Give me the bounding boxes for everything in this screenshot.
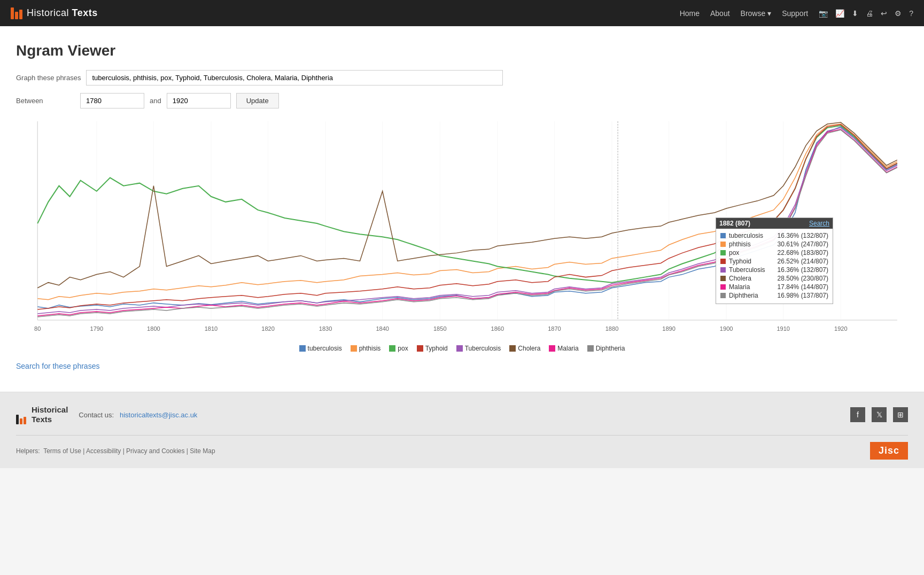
tooltip-row: Cholera 28.50% (230/807) <box>720 275 828 282</box>
footer-bar-2 <box>20 418 22 424</box>
svg-text:1850: 1850 <box>433 325 447 332</box>
footer-link[interactable]: Accessibility <box>86 447 121 455</box>
tooltip-color-swatch <box>720 293 726 298</box>
legend-item: Cholera <box>509 345 540 352</box>
footer-link-separator: | <box>121 447 126 455</box>
footer-link-separator: | <box>81 447 86 455</box>
year-to-input[interactable] <box>167 93 231 108</box>
chart-icon[interactable]: 📈 <box>835 9 844 18</box>
footer-link[interactable]: Privacy and Cookies <box>126 447 184 455</box>
header: Historical Texts Home About Browse ▾ Sup… <box>0 0 924 26</box>
tooltip-color-swatch <box>720 284 726 290</box>
site-logo[interactable]: Historical Texts <box>11 7 98 19</box>
footer-social: f 𝕏 ⊞ <box>850 407 908 422</box>
legend-item: Typhoid <box>417 345 448 352</box>
legend-label: pox <box>398 345 408 352</box>
footer-contact: Contact us: historicaltexts@jisc.ac.uk <box>79 411 197 419</box>
tooltip-value: 16.36% (132/807) <box>778 266 828 274</box>
logo-text: Historical Texts <box>27 7 98 19</box>
svg-text:1800: 1800 <box>147 325 160 332</box>
tooltip-rows: tuberculosis 16.36% (132/807) phthisis 3… <box>720 232 828 299</box>
tooltip-color-swatch <box>720 259 726 264</box>
nav-home[interactable]: Home <box>680 9 700 18</box>
twitter-icon[interactable]: 𝕏 <box>872 407 887 422</box>
update-button[interactable]: Update <box>236 93 279 108</box>
tooltip-value: 16.98% (137/807) <box>778 292 828 299</box>
footer-logo-line1: Historical <box>32 405 68 415</box>
svg-text:80: 80 <box>34 325 41 332</box>
nav-support[interactable]: Support <box>782 9 808 18</box>
svg-text:1810: 1810 <box>205 325 218 332</box>
svg-text:1860: 1860 <box>491 325 504 332</box>
legend-label: Typhoid <box>425 345 448 352</box>
search-link-section: Search for these phrases <box>16 362 908 370</box>
svg-text:1890: 1890 <box>662 325 675 332</box>
tooltip-value: 22.68% (183/807) <box>778 249 828 257</box>
footer-logo[interactable]: Historical Texts <box>16 405 68 424</box>
tooltip-row: Malaria 17.84% (144/807) <box>720 283 828 291</box>
page-title: Ngram Viewer <box>16 42 908 59</box>
svg-text:1870: 1870 <box>548 325 561 332</box>
settings-icon[interactable]: ⚙ <box>895 9 902 18</box>
footer-logo-text: Historical Texts <box>32 405 68 424</box>
nav-about[interactable]: About <box>710 9 730 18</box>
search-phrases-link[interactable]: Search for these phrases <box>16 362 99 370</box>
footer-bottom: Helpers: Terms of Use | Accessibility | … <box>16 435 908 460</box>
footer-bar-1 <box>16 415 19 424</box>
tooltip-color-swatch <box>720 267 726 273</box>
legend-color-swatch <box>456 345 463 352</box>
svg-text:1920: 1920 <box>834 325 848 332</box>
share-icon[interactable]: ↩ <box>881 9 887 18</box>
footer-logo-line2: Texts <box>32 415 68 424</box>
tooltip-term: phthisis <box>729 240 774 248</box>
tooltip-term: pox <box>729 249 774 257</box>
tooltip-value: 16.36% (132/807) <box>778 232 828 239</box>
footer-bar-3 <box>24 417 26 424</box>
legend-label: Tuberculosis <box>465 345 501 352</box>
jisc-badge[interactable]: Jisc <box>870 442 908 460</box>
print-icon[interactable]: 🖨 <box>866 9 873 18</box>
tooltip-row: pox 22.68% (183/807) <box>720 249 828 257</box>
legend-item: tuberculosis <box>299 345 342 352</box>
phrases-row: Graph these phrases <box>16 70 908 86</box>
facebook-icon[interactable]: f <box>850 407 865 422</box>
help-icon[interactable]: ? <box>909 9 913 18</box>
tooltip-year: 1882 (807) <box>719 220 750 227</box>
legend-item: Malaria <box>549 345 578 352</box>
tooltip-term: Typhoid <box>729 258 774 265</box>
footer-link[interactable]: Terms of Use <box>43 447 81 455</box>
svg-text:1910: 1910 <box>777 325 790 332</box>
svg-text:1830: 1830 <box>319 325 332 332</box>
tooltip-search-link[interactable]: Search <box>809 220 829 227</box>
footer-link[interactable]: Site Map <box>190 447 215 455</box>
year-from-input[interactable] <box>80 93 144 108</box>
tooltip-row: phthisis 30.61% (247/807) <box>720 240 828 248</box>
tooltip-term: tuberculosis <box>729 232 774 239</box>
legend-label: phthisis <box>359 345 381 352</box>
phrases-input[interactable] <box>86 70 503 86</box>
tooltip-term: Diphtheria <box>729 292 774 299</box>
download-icon[interactable]: ⬇ <box>852 9 858 18</box>
legend-item: pox <box>389 345 408 352</box>
tooltip-row: Diphtheria 16.98% (137/807) <box>720 292 828 299</box>
logo-bar-3 <box>19 10 22 19</box>
svg-text:1900: 1900 <box>720 325 733 332</box>
chart-container: 80 1790 1800 1810 1820 1830 1840 1850 18… <box>16 116 908 352</box>
camera-icon[interactable]: 📷 <box>819 9 828 18</box>
header-nav: Home About Browse ▾ Support 📷 📈 ⬇ 🖨 ↩ ⚙ … <box>680 9 913 18</box>
rss-icon[interactable]: ⊞ <box>893 407 908 422</box>
tooltip-row: Tuberculosis 16.36% (132/807) <box>720 266 828 274</box>
tooltip-value: 26.52% (214/807) <box>778 258 828 265</box>
contact-label: Contact us: <box>79 411 114 419</box>
logo-normal: Historical <box>27 7 72 18</box>
contact-email[interactable]: historicaltexts@jisc.ac.uk <box>120 411 197 419</box>
nav-icons: 📷 📈 ⬇ 🖨 ↩ ⚙ ? <box>819 9 913 18</box>
legend-color-swatch <box>417 345 423 352</box>
legend-item: phthisis <box>351 345 381 352</box>
and-text: and <box>150 97 161 105</box>
svg-text:1840: 1840 <box>376 325 389 332</box>
footer-logo-section: Historical Texts Contact us: historicalt… <box>16 405 197 424</box>
svg-text:1790: 1790 <box>90 325 104 332</box>
tooltip-box: 1882 (807) Search tuberculosis 16.36% (1… <box>716 217 833 304</box>
nav-browse[interactable]: Browse ▾ <box>741 9 772 18</box>
